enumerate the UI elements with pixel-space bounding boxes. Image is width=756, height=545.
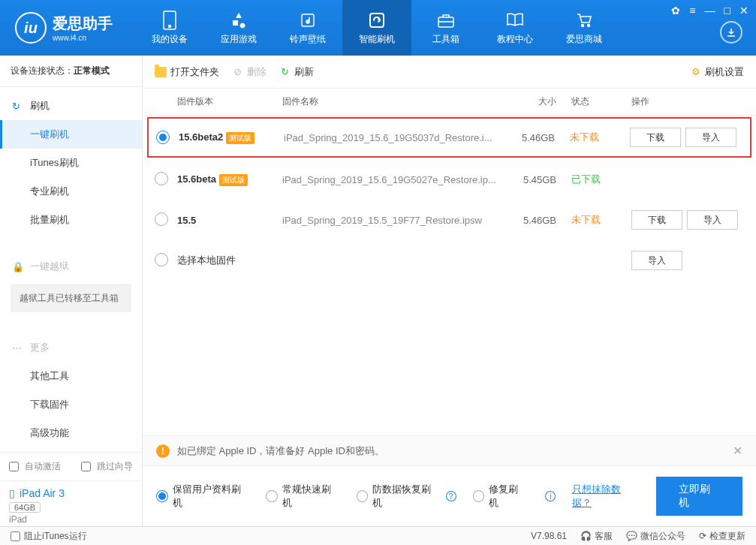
more-icon: ⋯ bbox=[12, 342, 24, 354]
logo-icon: iu bbox=[15, 12, 47, 44]
nav-apps[interactable]: 应用游戏 bbox=[204, 0, 273, 56]
delete-button[interactable]: ⊘删除 bbox=[231, 65, 267, 79]
beta-badge: 测试版 bbox=[219, 174, 248, 186]
close-icon[interactable]: ✕ bbox=[738, 3, 750, 18]
alert-close-icon[interactable]: ✕ bbox=[733, 444, 742, 458]
skin-icon[interactable]: ✿ bbox=[670, 3, 682, 18]
nav-ringtones[interactable]: 铃声壁纸 bbox=[273, 0, 342, 56]
toolbar: 打开文件夹 ⊘删除 ↻刷新 ⚙刷机设置 bbox=[143, 56, 756, 89]
jailbreak-note: 越狱工具已转移至工具箱 bbox=[11, 284, 131, 312]
warning-icon: ! bbox=[156, 444, 170, 458]
connection-status: 设备连接状态：正常模式 bbox=[0, 56, 142, 87]
nav-my-device[interactable]: 我的设备 bbox=[135, 0, 204, 56]
firmware-name: iPad_Spring_2019_15.5_19F77_Restore.ipsw bbox=[282, 215, 504, 226]
nav-tutorials[interactable]: 教程中心 bbox=[480, 0, 550, 56]
apps-icon bbox=[229, 11, 248, 30]
local-firmware-row: 选择本地固件 导入 bbox=[143, 240, 756, 281]
device-icon bbox=[160, 11, 179, 30]
sidebar-item-advanced[interactable]: 高级功能 bbox=[0, 419, 142, 447]
table-header: 固件版本 固件名称 大小 状态 操作 bbox=[143, 89, 756, 116]
download-button[interactable]: 下载 bbox=[630, 128, 681, 147]
download-button[interactable]: 下载 bbox=[631, 210, 682, 230]
device-info[interactable]: ▯iPad Air 3 64GB iPad bbox=[0, 480, 142, 531]
table-row[interactable]: 15.5iPad_Spring_2019_15.5_19F77_Restore.… bbox=[143, 200, 756, 240]
beta-badge: 测试版 bbox=[226, 132, 255, 144]
main-panel: 打开文件夹 ⊘删除 ↻刷新 ⚙刷机设置 固件版本 固件名称 大小 状态 操作 1… bbox=[143, 56, 756, 526]
local-radio[interactable] bbox=[155, 253, 168, 266]
firmware-name: iPad_Spring_2019_15.6_19G5037d_Restore.i… bbox=[284, 132, 502, 143]
music-icon bbox=[298, 11, 318, 30]
check-update-button[interactable]: ⟳检查更新 bbox=[699, 530, 745, 543]
gear-icon: ⚙ bbox=[691, 66, 700, 77]
firmware-table: 15.6beta2测试版iPad_Spring_2019_15.6_19G503… bbox=[143, 116, 756, 240]
firmware-status: 已下载 bbox=[556, 173, 616, 186]
wechat-icon: 💬 bbox=[626, 531, 637, 541]
sidebar-item-itunes[interactable]: iTunes刷机 bbox=[0, 149, 142, 177]
sidebar-item-batch[interactable]: 批量刷机 bbox=[0, 206, 142, 234]
maximize-icon[interactable]: □ bbox=[723, 3, 732, 18]
cart-icon bbox=[574, 11, 594, 30]
firmware-status: 未下载 bbox=[555, 131, 615, 144]
opt-anti-recover[interactable]: 防数据恢复刷机? bbox=[357, 483, 456, 510]
version-label: V7.98.61 bbox=[531, 531, 567, 541]
svg-rect-3 bbox=[370, 14, 384, 27]
skip-guide-checkbox[interactable] bbox=[81, 462, 91, 471]
row-radio[interactable] bbox=[155, 212, 168, 226]
firmware-version: 15.6beta bbox=[177, 173, 216, 185]
firmware-version: 15.6beta2 bbox=[179, 131, 223, 143]
support-button[interactable]: 🎧客服 bbox=[580, 530, 613, 543]
update-icon: ⟳ bbox=[699, 531, 706, 541]
sidebar-group-more[interactable]: ⋯更多 bbox=[0, 333, 142, 362]
firmware-status: 未下载 bbox=[556, 213, 616, 227]
download-indicator[interactable] bbox=[720, 21, 742, 44]
flash-settings-button[interactable]: ⚙刷机设置 bbox=[691, 65, 744, 79]
tablet-icon: ▯ bbox=[9, 487, 15, 499]
refresh-button[interactable]: ↻刷新 bbox=[279, 65, 314, 79]
block-itunes-checkbox[interactable] bbox=[11, 531, 20, 541]
app-header: iu 爱思助手 www.i4.cn 我的设备 应用游戏 铃声壁纸 智能刷机 工具… bbox=[0, 0, 756, 56]
sidebar: 设备连接状态：正常模式 ↻刷机 一键刷机 iTunes刷机 专业刷机 批量刷机 … bbox=[0, 56, 143, 526]
sidebar-item-other[interactable]: 其他工具 bbox=[0, 362, 142, 390]
import-button[interactable]: 导入 bbox=[687, 210, 738, 230]
opt-keep-data[interactable]: 保留用户资料刷机 bbox=[156, 483, 249, 510]
sidebar-item-oneclick[interactable]: 一键刷机 bbox=[0, 120, 142, 149]
info-icon[interactable]: i bbox=[545, 491, 556, 501]
help-icon[interactable]: ? bbox=[446, 491, 456, 501]
flash-options: 保留用户资料刷机 常规快速刷机 防数据恢复刷机? 修复刷机 i 只想抹除数据？ … bbox=[143, 465, 756, 526]
flash-now-button[interactable]: 立即刷机 bbox=[656, 477, 742, 516]
bottom-panel: ! 如已绑定 Apple ID，请准备好 Apple ID和密码。 ✕ 保留用户… bbox=[143, 435, 756, 526]
firmware-version: 15.5 bbox=[177, 215, 196, 226]
firmware-name: iPad_Spring_2019_15.6_19G5027e_Restore.i… bbox=[282, 174, 504, 185]
sync-icon: ↻ bbox=[12, 101, 24, 112]
wechat-button[interactable]: 💬微信公众号 bbox=[626, 530, 685, 543]
window-controls: ✿ ≡ — □ ✕ bbox=[670, 3, 750, 18]
sidebar-item-download[interactable]: 下载固件 bbox=[0, 390, 142, 419]
import-button[interactable]: 导入 bbox=[685, 128, 736, 147]
table-row[interactable]: 15.6beta2测试版iPad_Spring_2019_15.6_19G503… bbox=[147, 117, 751, 158]
lock-icon: 🔒 bbox=[12, 261, 24, 272]
app-site: www.i4.cn bbox=[53, 34, 113, 42]
opt-normal[interactable]: 常规快速刷机 bbox=[266, 483, 339, 510]
svg-point-6 bbox=[588, 24, 590, 26]
firmware-size: 5.46GB bbox=[504, 215, 556, 226]
nav-flash[interactable]: 智能刷机 bbox=[342, 0, 411, 56]
sidebar-item-pro[interactable]: 专业刷机 bbox=[0, 177, 142, 206]
table-row[interactable]: 15.6beta测试版iPad_Spring_2019_15.6_19G5027… bbox=[143, 159, 756, 200]
row-radio[interactable] bbox=[156, 131, 170, 144]
nav-toolbox[interactable]: 工具箱 bbox=[411, 0, 480, 56]
firmware-size: 5.45GB bbox=[504, 174, 556, 185]
nav-store[interactable]: 爱思商城 bbox=[550, 0, 619, 56]
sidebar-group-jailbreak: 🔒一键越狱 bbox=[0, 252, 142, 281]
open-folder-button[interactable]: 打开文件夹 bbox=[155, 65, 219, 79]
erase-link[interactable]: 只想抹除数据？ bbox=[572, 483, 640, 510]
auto-activate-checkbox[interactable] bbox=[9, 462, 19, 471]
row-radio[interactable] bbox=[155, 172, 168, 185]
opt-repair[interactable]: 修复刷机 bbox=[473, 483, 528, 510]
local-import-button[interactable]: 导入 bbox=[631, 251, 682, 270]
auto-activate-row: 自动激活 跳过向导 bbox=[0, 452, 142, 480]
storage-badge: 64GB bbox=[9, 502, 41, 513]
minimize-icon[interactable]: — bbox=[703, 3, 717, 18]
menu-icon[interactable]: ≡ bbox=[688, 3, 697, 18]
refresh-icon: ↻ bbox=[279, 66, 291, 78]
sidebar-group-flash[interactable]: ↻刷机 bbox=[0, 92, 142, 120]
